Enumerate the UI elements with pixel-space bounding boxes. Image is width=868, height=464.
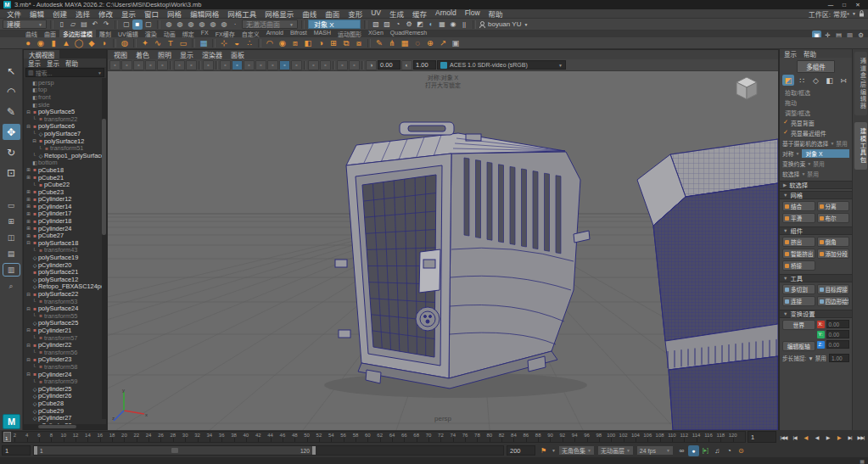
edge-mode-icon[interactable]: ◇ (810, 75, 822, 86)
lasso-select-tool[interactable]: ◠ (3, 83, 20, 99)
vertical-scrollbar[interactable] (102, 78, 106, 419)
menubar-item[interactable]: 网格 (163, 8, 186, 19)
toolkit-button-倒角[interactable]: 倒角 (817, 237, 850, 247)
viewport-menu-视图[interactable]: 视图 (109, 50, 132, 59)
bookmarks-icon[interactable]: ▫ (145, 60, 156, 70)
open-render-view-icon[interactable]: ▧ (371, 20, 381, 30)
snap-projected-center-icon[interactable]: ◍ (197, 20, 207, 30)
menubar-item[interactable]: 窗口 (140, 8, 163, 19)
vertex-mode-icon[interactable]: ∷ (796, 75, 808, 86)
image-plane-icon[interactable]: ▫ (157, 60, 168, 70)
pick-option[interactable]: 拖动 (780, 98, 852, 108)
2d-pan-zoom-icon[interactable]: ▫ (174, 60, 185, 70)
shadows-icon[interactable]: ▫ (267, 60, 278, 70)
project-curve-icon[interactable]: ↗ (437, 37, 449, 48)
outliner-item[interactable]: ◇pCylinder26 (24, 393, 106, 400)
loop-playback-icon[interactable]: ∞ (676, 445, 687, 456)
outliner-item[interactable]: ◧persp (24, 79, 106, 87)
outliner-item[interactable]: └■transform58 (24, 363, 106, 371)
gamma-icon[interactable]: ◐ (401, 60, 412, 70)
circularize-icon[interactable]: ◠ (264, 37, 276, 48)
light-editor-icon[interactable]: ◐ (426, 20, 436, 30)
toolkit-button-连接[interactable]: 连接 (782, 296, 815, 306)
platonic-solid-icon[interactable]: ◍ (119, 37, 131, 48)
expand-toggle-icon[interactable]: ⊞ (25, 204, 31, 209)
isolate-select-icon[interactable]: ▫ (337, 60, 348, 70)
use-all-lights-icon[interactable]: ▫ (255, 60, 266, 70)
section-网格[interactable]: ▼网格 (780, 191, 852, 199)
outliner-item[interactable]: ⊟■polySurface24 (24, 305, 106, 312)
toolkit-menu-显示[interactable]: 显示 (784, 49, 797, 59)
menubar-item[interactable]: 显示 (117, 8, 140, 19)
outliner-item[interactable]: ◇pCube28 (24, 400, 106, 407)
step-forward-key-button[interactable]: |▶ (833, 431, 844, 443)
locator-icon[interactable]: ◒ (231, 37, 243, 48)
super-shape-icon[interactable]: ✦ (139, 37, 151, 48)
persp-graph-layout[interactable]: ▥ (3, 264, 20, 276)
toolkit-dropdown[interactable]: 变换约束▼禁用 (780, 159, 852, 169)
outliner-item[interactable]: ⊞■pCylinder14 (24, 203, 106, 210)
go-to-start-button[interactable]: |◀◀ (778, 431, 789, 443)
expand-toggle-icon[interactable]: ⊞ (25, 167, 31, 172)
axis-value-field[interactable]: 0.00 (826, 330, 850, 338)
close-button[interactable]: ✕ (851, 2, 865, 8)
current-frame-marker[interactable]: 1 (3, 432, 11, 442)
play-backwards-button[interactable]: ◀ (811, 431, 822, 443)
right-tab-通道盒/层编辑器[interactable]: 通道盒/层编辑器 (854, 52, 867, 115)
toolkit-checkbox[interactable]: ✓亮显最近组件 (780, 128, 852, 138)
construction-plane-icon[interactable]: ⊹ (218, 37, 230, 48)
animation-end-field[interactable]: 200 (507, 445, 535, 456)
mel-table-icon[interactable]: ▦ (198, 37, 210, 48)
select-component-icon[interactable]: ▢ (143, 20, 154, 30)
world-axis-button[interactable]: 世界 (782, 320, 815, 330)
expand-toggle-icon[interactable]: ⊟ (25, 240, 31, 245)
grease-pencil-icon[interactable]: ▫ (203, 60, 214, 70)
expand-toggle-icon[interactable]: ⊞ (25, 233, 31, 238)
exposure-icon[interactable]: ◑ (366, 60, 377, 70)
menubar-item[interactable]: 曲面 (321, 8, 344, 19)
measure-tool-icon[interactable]: ∴ (244, 37, 255, 48)
outliner-item[interactable]: ⊞■pCube21 (24, 174, 106, 182)
outliner-item[interactable]: ◧top (24, 87, 106, 94)
poly-cylinder-icon[interactable]: ▮ (48, 37, 59, 48)
viewport-menu-显示[interactable]: 显示 (176, 50, 198, 59)
exposure-field[interactable]: 0.00 (378, 60, 400, 70)
expand-toggle-icon[interactable]: ⊟ (25, 109, 31, 115)
menubar-item[interactable]: 生成 (385, 8, 408, 19)
axis-value-field[interactable]: 0.00 (826, 320, 850, 328)
single-pane-layout[interactable]: ▭ (3, 199, 20, 211)
hypershade-layout[interactable]: ▤ (3, 248, 20, 260)
toolkit-dropdown[interactable]: 基于摄影机的选择▼禁用 (780, 138, 852, 148)
spherize-icon[interactable]: ◉ (277, 37, 288, 48)
auto-keyframe-icon[interactable]: ● (688, 445, 699, 456)
outliner-search[interactable]: ▥ 搜索... ▼ (25, 68, 104, 77)
toolkit-button-桥接[interactable]: 桥接 (782, 260, 815, 271)
menubar-item[interactable]: 曲线 (298, 8, 321, 19)
separate-icon[interactable]: ◧ (302, 37, 314, 48)
expand-toggle-icon[interactable]: ⊞ (25, 219, 31, 224)
toolkit-button-智能挤出[interactable]: 智能挤出 (782, 249, 815, 259)
menubar-item[interactable]: 帮助 (484, 8, 507, 19)
section-组件[interactable]: ▼组件 (780, 226, 852, 235)
expand-toggle-icon[interactable]: ⊟ (25, 343, 31, 348)
snap-grid-icon[interactable]: ◍ (164, 20, 174, 30)
account-menu[interactable]: boyuan YU ▼ (479, 20, 528, 28)
poly-cone-icon[interactable]: ▲ (60, 37, 72, 48)
multi-cut-icon[interactable]: ✎ (373, 37, 385, 48)
toolkit-button-挤出[interactable]: 挤出 (782, 237, 815, 247)
right-tab-建模工具包[interactable]: 建模工具包 (854, 122, 867, 170)
transform-settings-section[interactable]: ▼变换设置 (780, 310, 852, 318)
character-set-menu-icon[interactable]: ▼ (552, 448, 556, 453)
outliner-menu-帮助[interactable]: 帮助 (65, 59, 78, 68)
outliner-item[interactable]: └■transform22 (24, 115, 106, 123)
outliner-item[interactable]: └■transform43 (24, 247, 106, 254)
object-mode-icon[interactable]: ◩ (782, 75, 794, 86)
toolkit-menu-帮助[interactable]: 帮助 (804, 49, 816, 59)
outliner-item[interactable]: └■transform51 (24, 144, 106, 152)
expand-toggle-icon[interactable]: ⊟ (25, 372, 31, 377)
render-settings-icon[interactable]: ⚙ (404, 20, 414, 30)
outliner-item[interactable]: ⊞■pCube23 (24, 188, 106, 196)
viewport-menu-着色[interactable]: 着色 (132, 50, 154, 59)
menubar-item[interactable]: 修改 (94, 8, 117, 19)
outliner-item[interactable]: ⊟■pCylinder22 (24, 341, 106, 349)
